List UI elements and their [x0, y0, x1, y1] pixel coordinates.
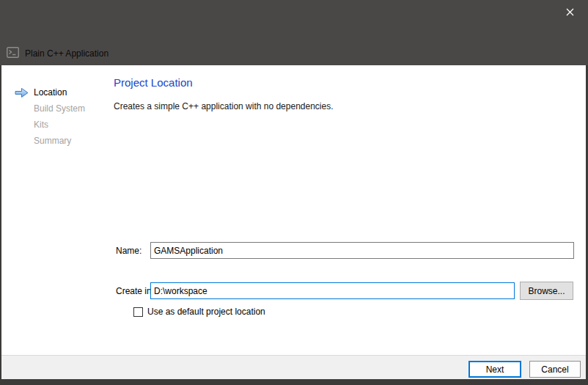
step-location[interactable]: Location [15, 84, 85, 100]
terminal-prompt-icon [7, 47, 19, 60]
window-header: Plain C++ Application [0, 0, 588, 65]
close-button[interactable] [559, 3, 581, 21]
wizard-body [1, 65, 586, 379]
wizard-header: Plain C++ Application [7, 47, 109, 60]
page-title: Project Location [114, 76, 193, 89]
next-button[interactable]: Next [468, 361, 521, 378]
step-kits[interactable]: Kits [15, 117, 85, 133]
step-label: Location [34, 87, 67, 98]
wizard-steps-sidebar: Location Build System Kits Summary [15, 84, 85, 149]
create-in-path-input[interactable] [150, 282, 515, 299]
close-icon [566, 8, 574, 16]
step-label: Build System [34, 103, 85, 114]
step-label: Kits [34, 120, 48, 130]
step-build-system[interactable]: Build System [15, 100, 85, 117]
current-step-arrow-icon [15, 87, 34, 98]
default-location-option[interactable]: Use as default project location [133, 307, 265, 317]
page-description: Creates a simple C++ application with no… [114, 101, 334, 111]
default-location-checkbox[interactable] [133, 307, 143, 317]
default-location-checkbox-label: Use as default project location [147, 307, 265, 317]
name-label: Name: [116, 246, 142, 256]
step-summary[interactable]: Summary [15, 133, 85, 149]
wizard-title: Plain C++ Application [25, 48, 109, 59]
step-label: Summary [34, 136, 71, 146]
cancel-button[interactable]: Cancel [529, 361, 581, 378]
create-in-label: Create in: [116, 286, 154, 296]
project-name-input[interactable] [150, 242, 574, 259]
browse-button[interactable]: Browse... [520, 282, 573, 300]
window-border-bottom [0, 379, 588, 385]
